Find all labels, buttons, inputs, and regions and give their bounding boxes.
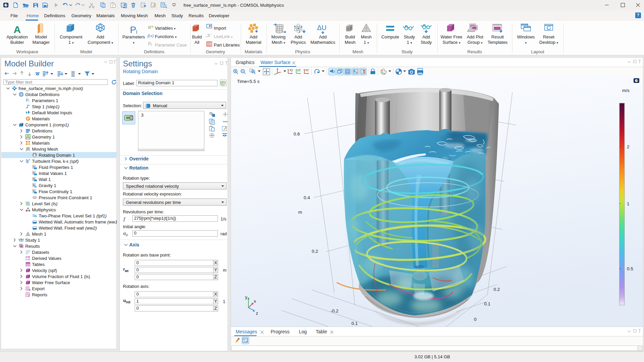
svg-text:8.85: 8.85 <box>26 256 30 258</box>
svg-text:xy: xy <box>290 68 293 72</box>
svg-text:i: i <box>29 100 29 103</box>
svg-text:y: y <box>245 295 247 300</box>
svg-text:m: m <box>298 210 302 215</box>
svg-text:P: P <box>148 41 151 47</box>
svg-text:1: 1 <box>627 201 630 206</box>
svg-text:-0.2: -0.2 <box>331 308 338 313</box>
svg-text:0.2: 0.2 <box>494 287 500 292</box>
svg-text:x: x <box>254 299 256 304</box>
svg-text:z: z <box>256 311 258 316</box>
svg-text:D: D <box>33 178 35 180</box>
svg-text:0.2: 0.2 <box>312 249 318 254</box>
svg-text:xz: xz <box>305 68 309 72</box>
svg-text:i: i <box>151 43 152 47</box>
svg-text:Time=5.5 s: Time=5.5 s <box>237 79 260 84</box>
svg-text:0.5: 0.5 <box>627 266 633 271</box>
svg-text:a: a <box>148 24 151 30</box>
svg-text:m/s: m/s <box>622 88 630 93</box>
svg-text:P: P <box>130 25 136 35</box>
svg-text:yz: yz <box>297 68 301 72</box>
svg-text:D: D <box>33 190 35 192</box>
svg-text:f(x): f(x) <box>147 33 154 38</box>
svg-text:0.1: 0.1 <box>351 321 358 326</box>
svg-text:0.1: 0.1 <box>484 301 490 306</box>
svg-text:e-12: e-12 <box>26 258 30 261</box>
svg-text:0: 0 <box>474 317 477 322</box>
svg-text:0.4: 0.4 <box>304 195 310 200</box>
svg-text:ΔU: ΔU <box>317 24 327 31</box>
svg-text:2: 2 <box>627 144 630 149</box>
svg-text:A: A <box>13 24 21 35</box>
svg-text:=: = <box>151 24 154 29</box>
svg-text:P: P <box>26 98 29 103</box>
svg-text:0.6: 0.6 <box>294 131 300 137</box>
